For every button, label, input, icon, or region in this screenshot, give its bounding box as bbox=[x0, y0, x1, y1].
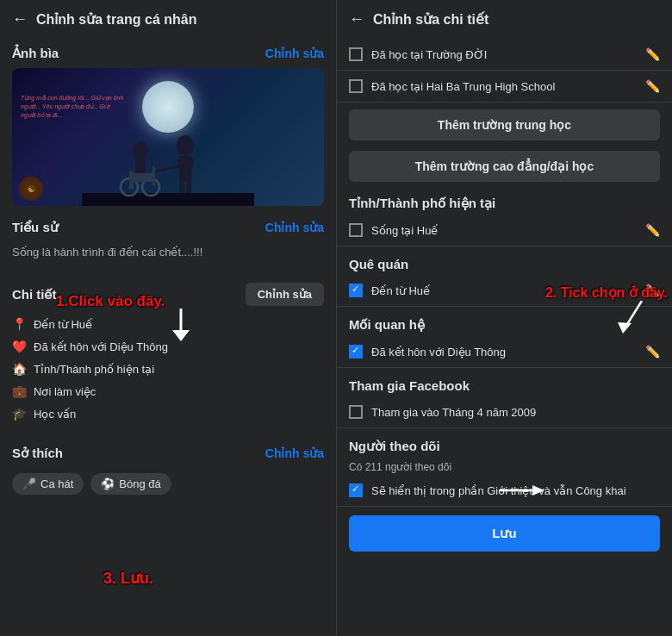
followers-left: Sẽ hiển thị trong phần Giới thiệu và vẫn… bbox=[349, 483, 626, 497]
detail-work: 💼 Nơi làm việc bbox=[12, 380, 324, 402]
location-icon: 📍 bbox=[12, 317, 27, 331]
bio-edit[interactable]: Chỉnh sửa bbox=[265, 221, 324, 234]
education-checkbox-2[interactable] bbox=[349, 79, 363, 93]
details-edit-button[interactable]: Chỉnh sửa bbox=[246, 283, 324, 306]
relationship-item: Đã kết hôn với Diệu Thông ✏️ bbox=[337, 336, 672, 368]
cover-photo-header: Ảnh bìa Chỉnh sửa bbox=[12, 39, 324, 68]
education-item-1-left: Đã học tại Trường ĐỜI bbox=[349, 47, 487, 61]
svg-point-7 bbox=[133, 141, 148, 159]
annotation-3: 3. Lưu. bbox=[103, 569, 153, 588]
current-city-title: Tỉnh/Thành phố hiện tại bbox=[337, 185, 672, 215]
followers-checkbox[interactable] bbox=[349, 483, 363, 497]
hometown-left: Đến từ Huế bbox=[349, 284, 430, 297]
right-header: ← Chỉnh sửa chi tiết bbox=[337, 0, 672, 39]
detail-relationship: ❤️ Đã kết hôn với Diệu Thông bbox=[12, 335, 324, 358]
education-label-2: Đã học tại Hai Ba Trung High School bbox=[371, 80, 555, 93]
current-city-pencil[interactable]: ✏️ bbox=[645, 223, 660, 237]
svg-rect-0 bbox=[82, 193, 254, 206]
work-icon: 💼 bbox=[12, 384, 27, 398]
add-high-school-button[interactable]: Thêm trường trung học bbox=[349, 109, 660, 140]
education-icon: 🎓 bbox=[12, 407, 27, 421]
education-label-1: Đã học tại Trường ĐỜI bbox=[371, 48, 487, 61]
hobby-soccer-label: Bóng đá bbox=[119, 477, 160, 490]
details-title: Chi tiết bbox=[12, 287, 57, 302]
followers-count: Có 211 người theo dõi bbox=[337, 458, 672, 475]
facebook-join-item: Tham gia vào Tháng 4 năm 2009 bbox=[337, 396, 672, 428]
hobby-header: Sở thích Chỉnh sửa bbox=[12, 439, 324, 468]
svg-rect-13 bbox=[152, 166, 155, 185]
detail-relationship-text: Đã kết hôn với Diệu Thông bbox=[34, 340, 168, 353]
edit-pencil-2[interactable]: ✏️ bbox=[645, 79, 660, 93]
detail-city-text: Tỉnh/Thành phố hiện tại bbox=[34, 363, 154, 376]
soccer-icon: ⚽ bbox=[101, 477, 115, 490]
hobby-tags: 🎤 Ca hát ⚽ Bóng đá bbox=[12, 468, 324, 500]
silhouette-svg bbox=[82, 111, 254, 206]
bio-section: Tiểu sử Chỉnh sửa Sống là hành trình đi … bbox=[0, 206, 336, 269]
facebook-join-left: Tham gia vào Tháng 4 năm 2009 bbox=[349, 405, 536, 419]
cover-photo-edit[interactable]: Chỉnh sửa bbox=[265, 47, 324, 60]
bio-title: Tiểu sử bbox=[12, 220, 59, 235]
bio-header: Tiểu sử Chỉnh sửa bbox=[12, 213, 324, 242]
hometown-label: Đến từ Huế bbox=[371, 284, 430, 297]
education-item-2-left: Đã học tại Hai Ba Trung High School bbox=[349, 79, 555, 93]
facebook-join-label: Tham gia vào Tháng 4 năm 2009 bbox=[371, 406, 536, 419]
left-back-button[interactable]: ← bbox=[12, 10, 28, 28]
save-button[interactable]: Lưu bbox=[349, 515, 660, 552]
detail-education-text: Học vấn bbox=[34, 408, 76, 421]
add-college-button[interactable]: Thêm trường cao đẳng/đại học bbox=[349, 151, 660, 182]
detail-city: 🏠 Tỉnh/Thành phố hiện tại bbox=[12, 358, 324, 380]
bio-text: Sống là hành trình đi đến cái chết....!!… bbox=[12, 242, 324, 262]
svg-marker-18 bbox=[532, 485, 544, 496]
detail-work-text: Nơi làm việc bbox=[34, 385, 96, 398]
arrow-right-svg bbox=[500, 482, 551, 499]
facebook-join-title: Tham gia Facebook bbox=[337, 368, 672, 396]
detail-location: 📍 Đến từ Huế bbox=[12, 313, 324, 335]
relationship-left: Đã kết hôn với Diệu Thông bbox=[349, 345, 506, 359]
right-back-button[interactable]: ← bbox=[349, 10, 364, 28]
right-title: Chỉnh sửa chi tiết bbox=[373, 11, 488, 28]
svg-rect-12 bbox=[129, 171, 134, 189]
current-city-checkbox[interactable] bbox=[349, 223, 363, 237]
hobby-section: Sở thích Chỉnh sửa 🎤 Ca hát ⚽ Bóng đá bbox=[0, 432, 336, 507]
relationship-checkbox[interactable] bbox=[349, 345, 363, 359]
hobby-singing-label: Ca hát bbox=[40, 477, 73, 490]
cover-photo-section: Ảnh bìa Chỉnh sửa Từng mỗi con đường tôi… bbox=[0, 39, 336, 206]
left-panel: ← Chỉnh sửa trang cá nhân Ảnh bìa Chỉnh … bbox=[0, 0, 336, 636]
hometown-checkbox[interactable] bbox=[349, 284, 363, 297]
education-item-2: Đã học tại Hai Ba Trung High School ✏️ bbox=[337, 71, 672, 103]
hobby-edit[interactable]: Chỉnh sửa bbox=[265, 446, 324, 460]
heart-icon: ❤️ bbox=[12, 340, 27, 353]
cover-image: Từng mỗi con đường tôi... Giữ vẹn tình n… bbox=[12, 68, 324, 206]
home-icon: 🏠 bbox=[12, 362, 27, 376]
current-city-item: Sống tại Huế ✏️ bbox=[337, 215, 672, 246]
relationship-label: Đã kết hôn với Diệu Thông bbox=[371, 346, 506, 359]
hobby-singing: 🎤 Ca hát bbox=[12, 473, 84, 495]
facebook-join-checkbox[interactable] bbox=[349, 405, 363, 419]
detail-location-text: Đến từ Huế bbox=[34, 318, 92, 331]
followers-title: Người theo dõi bbox=[337, 428, 672, 458]
followers-label: Sẽ hiển thị trong phần Giới thiệu và vẫn… bbox=[371, 484, 626, 497]
right-panel: ← Chỉnh sửa chi tiết Đã học tại Trường Đ… bbox=[336, 0, 672, 636]
relationship-pencil[interactable]: ✏️ bbox=[645, 345, 660, 359]
left-header: ← Chỉnh sửa trang cá nhân bbox=[0, 0, 336, 39]
details-header: Chi tiết Chỉnh sửa bbox=[12, 276, 324, 313]
current-city-label: Sống tại Huế bbox=[371, 224, 438, 237]
cover-logo: ☯ bbox=[19, 177, 43, 201]
current-city-left: Sống tại Huế bbox=[349, 223, 438, 237]
svg-rect-5 bbox=[179, 182, 184, 193]
svg-point-1 bbox=[177, 135, 194, 156]
hometown-item: Đến từ Huế ✏️ bbox=[337, 275, 672, 307]
microphone-icon: 🎤 bbox=[22, 477, 36, 490]
education-item-1: Đã học tại Trường ĐỜI ✏️ bbox=[337, 39, 672, 71]
edit-pencil-1[interactable]: ✏️ bbox=[645, 47, 660, 61]
cover-photo-title: Ảnh bìa bbox=[12, 46, 59, 61]
hometown-title: Quê quán bbox=[337, 246, 672, 275]
hobby-title: Sở thích bbox=[12, 446, 63, 461]
education-checkbox-1[interactable] bbox=[349, 47, 363, 61]
svg-rect-6 bbox=[186, 182, 191, 193]
relationship-title: Mối quan hệ bbox=[337, 307, 672, 336]
left-title: Chỉnh sửa trang cá nhân bbox=[36, 11, 196, 28]
hometown-pencil[interactable]: ✏️ bbox=[645, 284, 660, 297]
hobby-soccer: ⚽ Bóng đá bbox=[90, 473, 171, 495]
details-section: Chi tiết Chỉnh sửa 📍 Đến từ Huế ❤️ Đã kế… bbox=[0, 269, 336, 432]
